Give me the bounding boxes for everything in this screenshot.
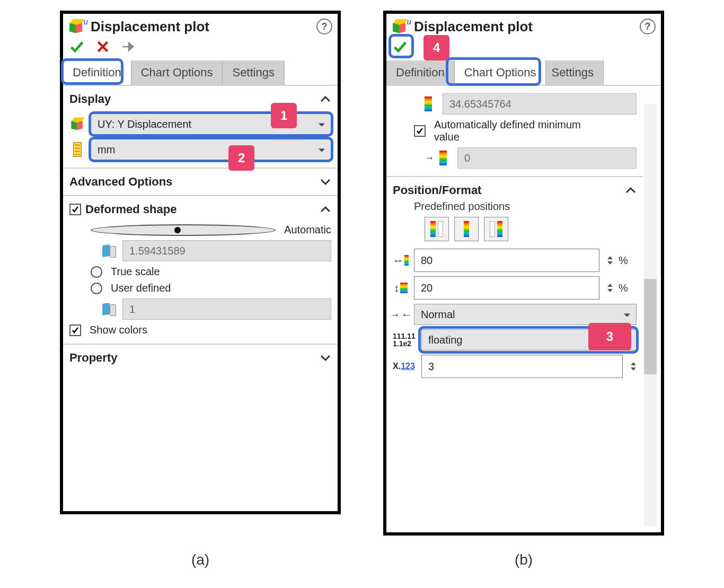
panel-chart-options: u Displacement plot ? 4 Definition Chart… <box>383 11 664 536</box>
radio-true-scale[interactable] <box>91 266 102 278</box>
number-format-icon: 111.111.1e2 <box>393 332 416 347</box>
panel-definition: u Displacement plot ? Definition Chart O… <box>60 11 341 514</box>
collapse-deformed-icon[interactable] <box>320 204 331 215</box>
panel-title: Displacement plot <box>91 19 311 35</box>
scale-icon <box>101 302 117 316</box>
decimals-input[interactable]: 3 <box>421 355 623 378</box>
pin-button[interactable] <box>121 41 137 52</box>
ok-button[interactable] <box>69 39 84 54</box>
expand-advanced-icon[interactable] <box>320 176 331 188</box>
thickness-value: Normal <box>421 309 455 321</box>
show-colors-checkbox[interactable] <box>69 324 81 336</box>
auto-min-checkbox[interactable] <box>414 125 426 137</box>
label-user-defined: User defined <box>111 282 171 294</box>
number-format-value: floating <box>428 334 463 346</box>
auto-scale-value: 1.59431589 <box>122 240 331 261</box>
tab-definition[interactable]: Definition <box>386 60 455 85</box>
ruler-icon <box>73 142 82 157</box>
label-true-scale: True scale <box>111 266 160 278</box>
collapse-display-icon[interactable] <box>320 93 331 105</box>
component-icon <box>69 116 85 132</box>
unit-dropdown[interactable]: mm <box>91 139 331 160</box>
tab-chart-options[interactable]: Chart Options <box>131 60 223 85</box>
collapse-posfmt-icon[interactable] <box>625 185 637 196</box>
callout-3: 3 <box>588 323 631 350</box>
tab-settings[interactable]: Settings <box>546 60 604 85</box>
help-icon[interactable]: ? <box>640 19 656 34</box>
user-scale-value: 1 <box>122 299 331 320</box>
thickness-icon: →← <box>393 306 409 322</box>
deformed-shape-checkbox[interactable] <box>69 204 81 215</box>
spinner-vpos[interactable] <box>607 283 613 293</box>
caption-b: (b) <box>383 551 664 568</box>
tab-settings[interactable]: Settings <box>223 60 285 85</box>
spinner-hpos[interactable] <box>607 255 613 266</box>
tab-chart-options[interactable]: Chart Options <box>455 60 546 85</box>
panel-title: Displacement plot <box>414 19 634 35</box>
min-value-field: 0 <box>457 147 637 169</box>
decimals-icon: X.123 <box>393 363 416 370</box>
rainbow-icon <box>425 96 432 111</box>
displacement-plot-icon: u <box>68 18 85 35</box>
section-property: Property <box>69 351 320 365</box>
thickness-dropdown[interactable]: Normal <box>414 304 637 325</box>
callout-4: 4 <box>423 35 449 60</box>
label-auto-min: Automatically defined minimum value <box>434 119 593 143</box>
position-left-button[interactable] <box>425 217 449 241</box>
section-position-format: Position/Format <box>393 183 625 197</box>
horizontal-position-icon: ↔ <box>393 252 409 268</box>
scale-icon <box>101 244 117 258</box>
max-value-field: 34.65345764 <box>443 93 637 115</box>
expand-property-icon[interactable] <box>320 352 331 364</box>
percent-label: % <box>619 282 637 294</box>
scrollbar-thumb[interactable] <box>644 279 657 374</box>
vertical-position-input[interactable]: 20 <box>414 276 599 300</box>
radio-user-defined[interactable] <box>91 283 102 294</box>
ok-button[interactable] <box>393 39 408 54</box>
section-deformed: Deformed shape <box>85 203 320 216</box>
position-right-button[interactable] <box>484 217 508 241</box>
component-value: UY: Y Displacement <box>98 118 191 130</box>
label-show-colors: Show colors <box>90 324 147 336</box>
percent-label: % <box>619 254 637 267</box>
radio-automatic[interactable] <box>91 224 276 236</box>
callout-2: 2 <box>228 145 254 171</box>
callout-1: 1 <box>271 103 297 128</box>
spinner-decimals[interactable] <box>630 361 637 372</box>
rainbow-icon <box>439 151 447 165</box>
label-automatic: Automatic <box>284 224 331 236</box>
vertical-position-icon: ↕ <box>393 280 409 296</box>
unit-value: mm <box>98 144 115 156</box>
arrow-right-icon: → <box>425 153 434 164</box>
help-icon[interactable]: ? <box>316 19 332 34</box>
tab-definition[interactable]: Definition <box>63 60 131 85</box>
horizontal-position-input[interactable]: 80 <box>414 249 599 272</box>
section-advanced: Advanced Options <box>69 175 320 189</box>
cancel-button[interactable] <box>96 40 110 54</box>
predefined-positions-label: Predefined positions <box>393 200 637 213</box>
displacement-plot-icon: u <box>392 18 409 35</box>
position-center-button[interactable] <box>454 217 479 241</box>
caption-a: (a) <box>60 551 341 568</box>
